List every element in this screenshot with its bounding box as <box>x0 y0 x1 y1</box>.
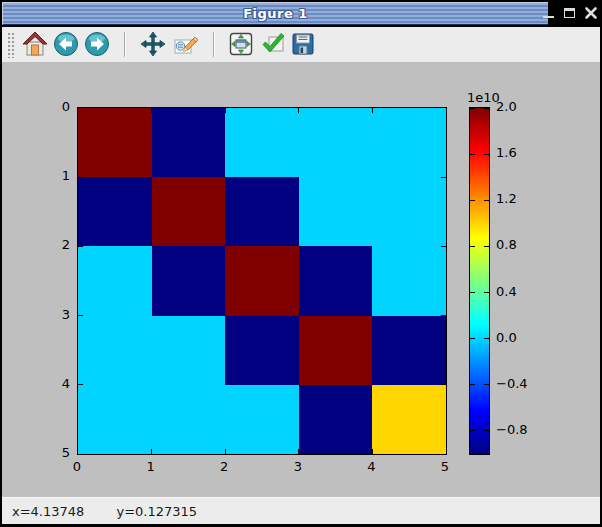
toolbar-drag-handle[interactable] <box>7 32 15 58</box>
tick-mark <box>78 384 83 385</box>
heatmap-cell <box>152 316 226 385</box>
minimize-button[interactable] <box>542 5 556 21</box>
tick-mark <box>470 154 475 155</box>
colorbar-offset-label: 1e10 <box>467 90 500 105</box>
save-button[interactable] <box>290 31 316 57</box>
heatmap-plot[interactable] <box>77 107 447 455</box>
window-title: Figure 1 <box>243 6 308 21</box>
tick-mark <box>484 430 489 431</box>
heatmap-cell <box>372 385 446 454</box>
close-button[interactable] <box>584 5 598 21</box>
tick-mark <box>441 384 446 385</box>
heatmap-cell <box>372 108 446 177</box>
x-tick-label: 1 <box>139 459 163 475</box>
heatmap-cell <box>299 246 373 315</box>
colorbar-tick-label: 0.8 <box>496 237 517 253</box>
heatmap-cell <box>225 246 299 315</box>
tick-mark <box>441 315 446 316</box>
toolbar-separator <box>124 32 126 57</box>
tick-mark <box>78 177 83 178</box>
window-controls <box>542 0 598 26</box>
tick-mark <box>225 108 226 113</box>
y-tick-label: 4 <box>42 376 70 392</box>
tick-mark <box>484 384 489 385</box>
heatmap-cell <box>152 177 226 246</box>
colorbar-tick-label: 2.0 <box>496 99 517 115</box>
heatmap-cell <box>225 316 299 385</box>
y-tick-label: 0 <box>42 99 70 115</box>
x-tick-label: 4 <box>359 459 383 475</box>
heatmap-grid <box>78 108 446 454</box>
edit-parameters-button[interactable] <box>260 31 286 57</box>
colorbar-tick-label: −0.4 <box>496 376 528 392</box>
home-button[interactable] <box>22 31 48 57</box>
heatmap-cell <box>299 177 373 246</box>
configure-subplots-button[interactable] <box>228 31 254 57</box>
tick-mark <box>470 292 475 293</box>
tick-mark <box>298 449 299 454</box>
figure-window: { "window": { "title": "Figure 1", "cont… <box>0 0 602 527</box>
back-icon <box>53 31 79 57</box>
colorbar-tick-label: 0.4 <box>496 284 517 300</box>
minimize-icon <box>543 16 554 18</box>
tick-mark <box>470 384 475 385</box>
tick-mark <box>484 154 489 155</box>
y-tick-label: 1 <box>42 168 70 184</box>
heatmap-cell <box>299 316 373 385</box>
tick-mark <box>298 108 299 113</box>
x-tick-label: 2 <box>212 459 236 475</box>
heatmap-cell <box>78 316 152 385</box>
zoom-to-rect-button[interactable] <box>172 31 198 57</box>
save-icon <box>290 31 316 57</box>
heatmap-cell <box>225 177 299 246</box>
tick-mark <box>470 246 475 247</box>
tick-mark <box>484 200 489 201</box>
heatmap-cell <box>372 246 446 315</box>
colorbar-tick-label: −0.8 <box>496 422 528 438</box>
heatmap-cell <box>152 246 226 315</box>
pan-icon <box>140 31 166 57</box>
edit-parameters-icon <box>260 31 286 57</box>
tick-mark <box>484 246 489 247</box>
cursor-y-readout: y=0.127315 <box>117 504 198 519</box>
figure-canvas[interactable]: 1e10 0123450123452.01.61.20.80.40.0−0.4−… <box>2 62 600 497</box>
tick-mark <box>372 108 373 113</box>
tick-mark <box>225 449 226 454</box>
heatmap-cell <box>372 316 446 385</box>
heatmap-cell <box>78 385 152 454</box>
heatmap-cell <box>299 108 373 177</box>
heatmap-cell <box>225 385 299 454</box>
tick-mark <box>78 246 83 247</box>
tick-mark <box>151 108 152 113</box>
tick-mark <box>470 108 475 109</box>
cursor-x-readout: x=4.13748 <box>12 504 84 519</box>
heatmap-cell <box>225 108 299 177</box>
heatmap-cell <box>372 177 446 246</box>
heatmap-cell <box>152 385 226 454</box>
forward-icon <box>84 31 110 57</box>
tick-mark <box>151 449 152 454</box>
pan-button[interactable] <box>140 31 166 57</box>
heatmap-cell <box>78 246 152 315</box>
x-tick-label: 5 <box>433 459 457 475</box>
tick-mark <box>484 338 489 339</box>
titlebar[interactable]: Figure 1 <box>2 2 548 25</box>
configure-subplots-icon <box>228 31 254 57</box>
maximize-icon <box>564 8 575 18</box>
forward-button[interactable] <box>84 31 110 57</box>
y-tick-label: 2 <box>42 237 70 253</box>
colorbar <box>469 107 490 455</box>
toolbar-separator <box>213 32 215 57</box>
y-tick-label: 5 <box>42 445 70 461</box>
statusbar: x=4.13748 y=0.127315 <box>2 497 600 524</box>
x-tick-label: 0 <box>65 459 89 475</box>
toolbar <box>2 27 600 62</box>
heatmap-cell <box>78 177 152 246</box>
x-tick-label: 3 <box>286 459 310 475</box>
heatmap-cell <box>152 108 226 177</box>
maximize-button[interactable] <box>563 5 577 21</box>
colorbar-tick-label: 0.0 <box>496 330 517 346</box>
y-tick-label: 3 <box>42 307 70 323</box>
back-button[interactable] <box>53 31 79 57</box>
heatmap-cell <box>78 108 152 177</box>
